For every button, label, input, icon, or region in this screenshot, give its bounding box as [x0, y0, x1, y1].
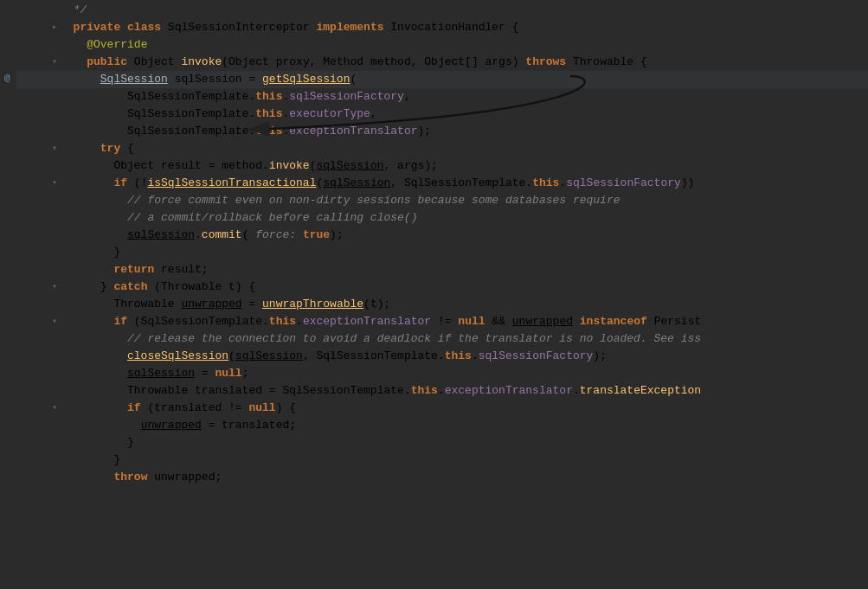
line-row: */: [16, 2, 868, 19]
line-content: }: [60, 244, 868, 261]
fold-indicator[interactable]: ▾: [49, 278, 60, 296]
line-content: // release the connection to avoid a dea…: [60, 330, 868, 348]
line-content: sqlSession.commit( force: true);: [60, 227, 868, 244]
line-row: Throwable translated = SqlSessionTemplat…: [16, 382, 868, 400]
line-row: // a commit/rollback before calling clos…: [16, 209, 868, 227]
line-content: sqlSession = null;: [60, 365, 868, 382]
line-content: Object result = method.invoke(sqlSession…: [60, 157, 868, 175]
line-row: sqlSession = null;: [16, 365, 868, 382]
line-row: ▾ if (!isSqlSessionTransactional(sqlSess…: [16, 175, 868, 192]
line-row: ▾ try {: [16, 140, 868, 157]
fold-indicator[interactable]: ▸: [49, 19, 60, 36]
line-row: @Override: [16, 36, 868, 54]
line-content: Throwable unwrapped = unwrapThrowable(t)…: [60, 296, 868, 313]
line-row: }: [16, 244, 868, 261]
line-row: // force commit even on non-dirty sessio…: [16, 192, 868, 209]
line-row-highlighted: SqlSession sqlSession = getSqlSession(: [16, 71, 868, 88]
line-content: */: [60, 2, 868, 19]
fold-indicator[interactable]: ▾: [49, 313, 60, 330]
fold-indicator[interactable]: ▾: [49, 140, 60, 157]
line-content: return result;: [60, 261, 868, 278]
fold-indicator[interactable]: ▾: [49, 54, 60, 71]
line-row: ▸ private class SqlSessionInterceptor im…: [16, 19, 868, 36]
line-row: ▾ public Object invoke(Object proxy, Met…: [16, 54, 868, 71]
line-content: try {: [60, 140, 868, 157]
line-row: SqlSessionTemplate.this.exceptionTransla…: [16, 123, 868, 140]
code-editor[interactable]: */ ▸ private class SqlSessionInterceptor…: [16, 0, 868, 589]
fold-indicator[interactable]: ▾: [49, 400, 60, 417]
line-row: unwrapped = translated;: [16, 417, 868, 434]
editor-window: @ */ ▸ private class SqlSessionIntercept…: [0, 0, 868, 589]
line-content: }: [60, 434, 868, 451]
line-row: SqlSessionTemplate.this.sqlSessionFactor…: [16, 88, 868, 106]
line-row: sqlSession.commit( force: true);: [16, 227, 868, 244]
line-row: ▾ } catch (Throwable t) {: [16, 278, 868, 296]
line-row: }: [16, 434, 868, 451]
line-content: private class SqlSessionInterceptor impl…: [60, 19, 868, 36]
line-content: public Object invoke(Object proxy, Metho…: [60, 54, 868, 71]
line-content: SqlSessionTemplate.this.executorType,: [60, 106, 868, 123]
line-row: }: [16, 451, 868, 469]
line-content: throw unwrapped;: [60, 469, 868, 486]
line-row: // release the connection to avoid a dea…: [16, 330, 868, 348]
line-content: } catch (Throwable t) {: [60, 278, 868, 296]
line-content: @Override: [60, 36, 868, 54]
line-content: SqlSessionTemplate.this.sqlSessionFactor…: [60, 88, 868, 106]
line-content: Throwable translated = SqlSessionTemplat…: [60, 382, 868, 400]
line-content: if (SqlSessionTemplate.this.exceptionTra…: [60, 313, 868, 330]
line-content: SqlSessionTemplate.this.exceptionTransla…: [60, 123, 868, 140]
line-content: }: [60, 451, 868, 469]
line-content: SqlSession sqlSession = getSqlSession(: [60, 71, 868, 88]
line-content: unwrapped = translated;: [60, 417, 868, 434]
line-row: Throwable unwrapped = unwrapThrowable(t)…: [16, 296, 868, 313]
line-content: closeSqlSession(sqlSession, SqlSessionTe…: [60, 348, 868, 365]
line-row: SqlSessionTemplate.this.executorType,: [16, 106, 868, 123]
line-content: if (!isSqlSessionTransactional(sqlSessio…: [60, 175, 868, 192]
line-row: return result;: [16, 261, 868, 278]
line-row: ▾ if (translated != null) {: [16, 400, 868, 417]
fold-indicator[interactable]: ▾: [49, 175, 60, 192]
line-content: // force commit even on non-dirty sessio…: [60, 192, 868, 209]
line-row: ▾ if (SqlSessionTemplate.this.exceptionT…: [16, 313, 868, 330]
line-row: closeSqlSession(sqlSession, SqlSessionTe…: [16, 348, 868, 365]
margin-icon-area: @: [4, 0, 16, 589]
code-lines: */ ▸ private class SqlSessionInterceptor…: [16, 0, 868, 486]
line-row: Object result = method.invoke(sqlSession…: [16, 157, 868, 175]
line-content: if (translated != null) {: [60, 400, 868, 417]
at-icon: @: [4, 72, 10, 83]
line-row: throw unwrapped;: [16, 469, 868, 486]
line-content: // a commit/rollback before calling clos…: [60, 209, 868, 227]
